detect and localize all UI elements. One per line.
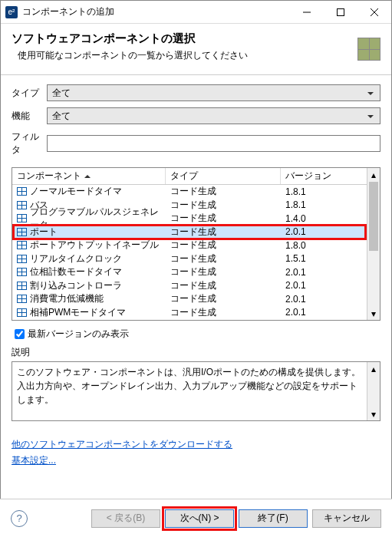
cell-type: コード生成 bbox=[166, 306, 281, 319]
type-select[interactable]: 全て bbox=[47, 84, 380, 101]
table-row[interactable]: ポートコード生成2.0.1 bbox=[12, 226, 367, 239]
component-icon bbox=[17, 255, 27, 263]
col-component[interactable]: コンポーネント bbox=[12, 168, 166, 184]
cell-type: コード生成 bbox=[166, 199, 281, 212]
cell-type: コード生成 bbox=[166, 226, 281, 239]
app-icon: e² bbox=[5, 6, 18, 18]
cell-version: 2.0.1 bbox=[281, 280, 367, 291]
close-button[interactable] bbox=[357, 1, 391, 24]
cell-component: 消費電力低減機能 bbox=[30, 292, 104, 305]
help-button[interactable]: ? bbox=[11, 510, 28, 527]
cell-type: コード生成 bbox=[166, 292, 281, 305]
cell-version: 1.8.1 bbox=[281, 186, 367, 197]
table-row[interactable]: 消費電力低減機能コード生成2.0.1 bbox=[12, 292, 367, 306]
cell-version: 1.4.0 bbox=[281, 213, 367, 224]
component-grid-icon bbox=[357, 38, 380, 61]
desc-scrollbar[interactable]: ▴ ▾ bbox=[367, 362, 380, 420]
cell-version: 2.0.1 bbox=[281, 307, 367, 318]
page-subtitle: 使用可能なコンポーネントの一覧から選択してください bbox=[12, 49, 380, 62]
table-row[interactable]: 相補PWMモードタイマコード生成2.0.1 bbox=[12, 306, 367, 320]
cell-type: コード生成 bbox=[166, 212, 281, 225]
component-icon bbox=[17, 214, 27, 222]
component-icon bbox=[17, 241, 27, 249]
cell-type: コード生成 bbox=[166, 252, 281, 265]
component-icon bbox=[17, 187, 27, 196]
function-select[interactable]: 全て bbox=[47, 107, 380, 124]
cell-component: 相補PWMモードタイマ bbox=[30, 306, 126, 319]
cell-version: 2.0.1 bbox=[281, 267, 367, 278]
table-row[interactable]: ノーマルモードタイマコード生成1.8.1 bbox=[12, 185, 367, 199]
cell-type: コード生成 bbox=[166, 265, 281, 278]
type-label: タイプ bbox=[12, 87, 47, 100]
col-type[interactable]: タイプ bbox=[166, 168, 281, 184]
cell-version: 1.8.1 bbox=[281, 199, 367, 210]
cell-component: 位相計数モードタイマ bbox=[30, 265, 122, 278]
scroll-up-icon[interactable]: ▴ bbox=[367, 168, 380, 181]
latest-only-checkbox[interactable]: 最新バージョンのみ表示 bbox=[12, 327, 380, 341]
table-row[interactable]: 割り込みコントローラコード生成2.0.1 bbox=[12, 279, 367, 293]
cell-type: コード生成 bbox=[166, 185, 281, 198]
cell-type: コード生成 bbox=[166, 279, 281, 292]
description-box: このソフトウェア・コンポーネントは、汎用I/Oポートのための構成を提供します。入… bbox=[12, 361, 380, 421]
cell-version: 2.0.1 bbox=[281, 226, 367, 237]
basic-settings-link[interactable]: 基本設定... bbox=[12, 454, 56, 467]
table-row[interactable]: 位相計数モードタイマコード生成2.0.1 bbox=[12, 265, 367, 279]
component-icon bbox=[17, 308, 27, 317]
component-icon bbox=[17, 295, 27, 303]
filter-input[interactable] bbox=[47, 135, 380, 152]
scroll-thumb[interactable] bbox=[369, 182, 378, 251]
cancel-button[interactable]: キャンセル bbox=[312, 509, 381, 528]
back-button[interactable]: < 戻る(B) bbox=[91, 509, 160, 528]
scroll-down-icon[interactable]: ▾ bbox=[367, 307, 380, 320]
cell-type: コード生成 bbox=[166, 239, 281, 252]
svg-rect-1 bbox=[338, 8, 344, 15]
download-link[interactable]: 他のソフトウェアコンポーネントをダウンロードする bbox=[12, 438, 232, 451]
col-version[interactable]: バージョン bbox=[281, 168, 367, 184]
sort-icon bbox=[84, 172, 91, 178]
cell-component: ポート bbox=[30, 226, 58, 239]
cell-component: 割り込みコントローラ bbox=[30, 279, 122, 292]
next-button[interactable]: 次へ(N) > bbox=[165, 509, 234, 528]
table-row[interactable]: プログラマブルパルスジェネレータコード生成1.4.0 bbox=[12, 212, 367, 226]
component-icon bbox=[17, 282, 27, 290]
description-label: 説明 bbox=[12, 346, 380, 359]
filter-label: フィルタ bbox=[12, 130, 47, 156]
cell-component: ノーマルモードタイマ bbox=[30, 185, 122, 198]
cell-version: 1.8.0 bbox=[281, 240, 367, 251]
page-title: ソフトウェアコンポーネントの選択 bbox=[12, 31, 380, 46]
finish-button[interactable]: 終了(F) bbox=[239, 509, 308, 528]
component-table: コンポーネント タイプ バージョン ノーマルモードタイマコード生成1.8.1バス… bbox=[12, 167, 380, 321]
component-icon bbox=[17, 268, 27, 276]
description-text: このソフトウェア・コンポーネントは、汎用I/Oポートのための構成を提供します。入… bbox=[17, 367, 361, 405]
cell-version: 2.0.1 bbox=[281, 294, 367, 305]
window-title: コンポーネントの追加 bbox=[22, 5, 290, 18]
maximize-button[interactable] bbox=[324, 1, 357, 24]
scroll-up-icon[interactable]: ▴ bbox=[367, 362, 380, 375]
latest-only-input[interactable] bbox=[15, 329, 25, 339]
table-row[interactable]: リアルタイムクロックコード生成1.5.1 bbox=[12, 252, 367, 266]
minimize-button[interactable] bbox=[290, 1, 324, 24]
cell-component: ポートアウトプットイネーブル bbox=[30, 239, 159, 252]
scroll-down-icon[interactable]: ▾ bbox=[367, 407, 380, 420]
table-row[interactable]: ポートアウトプットイネーブルコード生成1.8.0 bbox=[12, 239, 367, 252]
component-icon bbox=[17, 228, 27, 236]
cell-component: リアルタイムクロック bbox=[30, 252, 122, 265]
component-icon bbox=[17, 201, 27, 209]
table-scrollbar[interactable]: ▴ ▾ bbox=[367, 168, 380, 320]
function-label: 機能 bbox=[12, 110, 47, 123]
cell-version: 1.5.1 bbox=[281, 253, 367, 264]
